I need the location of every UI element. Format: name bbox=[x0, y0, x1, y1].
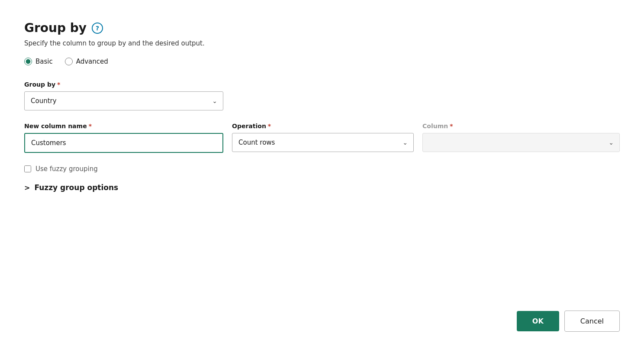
group-by-dialog: Group by ? Specify the column to group b… bbox=[0, 0, 644, 356]
header-row: Group by ? bbox=[24, 21, 620, 35]
radio-advanced-label: Advanced bbox=[76, 58, 108, 65]
fuzzy-options-label: Fuzzy group options bbox=[34, 183, 118, 192]
radio-basic[interactable]: Basic bbox=[24, 58, 53, 65]
new-column-name-required: * bbox=[89, 123, 92, 129]
fuzzy-grouping-label[interactable]: Use fuzzy grouping bbox=[35, 165, 98, 173]
fuzzy-group-options-row[interactable]: > Fuzzy group options bbox=[24, 183, 620, 192]
column-select[interactable] bbox=[422, 133, 620, 152]
group-by-section: Group by * Country City Region ⌄ bbox=[24, 81, 620, 110]
group-by-select[interactable]: Country City Region bbox=[24, 91, 223, 110]
help-icon[interactable]: ? bbox=[92, 23, 103, 34]
operation-select[interactable]: Count rows Sum Average Min Max Count dis… bbox=[232, 133, 414, 152]
mode-radio-group: Basic Advanced bbox=[24, 58, 620, 65]
group-by-required: * bbox=[57, 81, 60, 88]
operation-section: Operation * Count rows Sum Average Min M… bbox=[232, 123, 414, 152]
column-section: Column * ⌄ bbox=[422, 123, 620, 152]
operation-select-wrapper: Count rows Sum Average Min Max Count dis… bbox=[232, 133, 414, 152]
operation-required: * bbox=[268, 123, 271, 129]
cancel-button[interactable]: Cancel bbox=[564, 311, 620, 332]
footer-buttons: OK Cancel bbox=[517, 311, 620, 332]
radio-basic-input[interactable] bbox=[24, 58, 32, 65]
column-select-wrapper: ⌄ bbox=[422, 133, 620, 152]
operation-label: Operation * bbox=[232, 123, 414, 129]
radio-advanced-input[interactable] bbox=[65, 58, 73, 65]
fuzzy-checkbox-row: Use fuzzy grouping bbox=[24, 165, 620, 173]
new-column-name-section: New column name * bbox=[24, 123, 223, 153]
columns-row: New column name * Operation * Count rows… bbox=[24, 123, 620, 153]
dialog-subtitle: Specify the column to group by and the d… bbox=[24, 39, 620, 47]
column-required: * bbox=[450, 123, 453, 129]
radio-advanced[interactable]: Advanced bbox=[65, 58, 108, 65]
radio-basic-label: Basic bbox=[35, 58, 53, 65]
group-by-select-wrapper: Country City Region ⌄ bbox=[24, 91, 223, 110]
new-column-name-label: New column name * bbox=[24, 123, 223, 129]
column-label: Column * bbox=[422, 123, 620, 129]
new-column-name-input[interactable] bbox=[24, 133, 223, 153]
fuzzy-grouping-checkbox[interactable] bbox=[24, 165, 31, 172]
fuzzy-options-chevron-icon: > bbox=[24, 184, 30, 192]
dialog-title: Group by bbox=[24, 21, 87, 35]
group-by-label: Group by * bbox=[24, 81, 620, 88]
ok-button[interactable]: OK bbox=[517, 311, 559, 331]
